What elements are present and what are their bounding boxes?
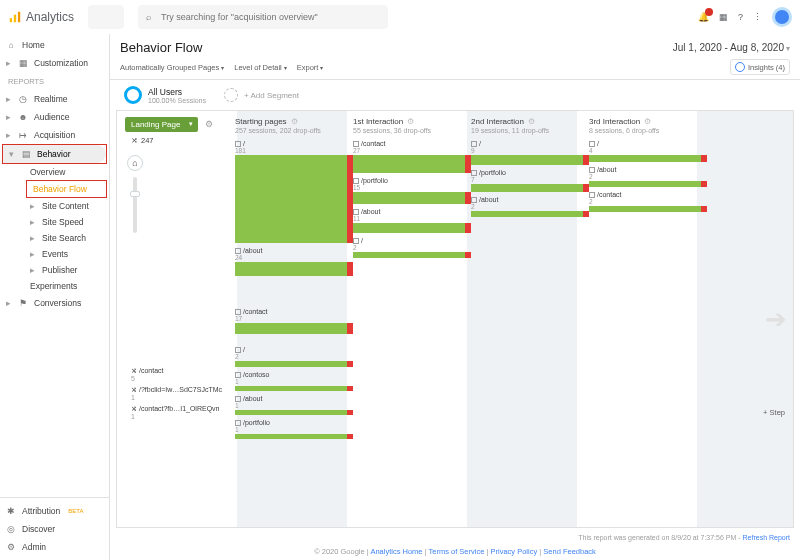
stage-gear-icon[interactable]: ⚙ (528, 117, 535, 126)
date-range-picker[interactable]: Jul 1, 2020 - Aug 8, 2020▾ (673, 42, 790, 53)
stage-title[interactable]: 3rd Interaction ⚙ (589, 117, 707, 126)
nav-label: Customization (34, 58, 88, 68)
acq-icon: ↦ (18, 130, 28, 140)
flow-node[interactable]: /contact27 (353, 140, 471, 173)
flow-node[interactable]: /about2 (471, 196, 589, 217)
ga-logo[interactable]: Analytics (8, 10, 74, 24)
nav-realtime[interactable]: ▸◷Realtime (0, 90, 109, 108)
top-actions: 🔔 ▦ ? ⋮ (698, 7, 792, 27)
ctl-grouping[interactable]: Automatically Grouped Pages▾ (120, 63, 224, 72)
nav-site-content[interactable]: ▸Site Content (24, 198, 109, 214)
ctl-export[interactable]: Export▾ (297, 63, 324, 72)
search[interactable]: ⌕ (138, 5, 388, 29)
flow-node[interactable]: /portfolio1 (235, 419, 353, 439)
flow-node[interactable]: /portfolio7 (471, 169, 589, 192)
account-picker[interactable] (88, 5, 124, 29)
stage-title[interactable]: 1st Interaction ⚙ (353, 117, 471, 126)
page-title: Behavior Flow (120, 40, 202, 55)
flag-icon: ⚑ (18, 298, 28, 308)
nav-behavior-flow[interactable]: Behavior Flow (27, 181, 106, 197)
account-avatar[interactable] (772, 7, 792, 27)
flow-stage: 2nd Interaction ⚙19 sessions, 11 drop-of… (471, 117, 589, 521)
source-item[interactable]: ⤨ /contact?fb…I1_OlREQvn1 (131, 405, 235, 420)
settings-icon[interactable]: ⚙ (205, 119, 213, 129)
zoom-slider[interactable] (133, 177, 137, 233)
nav-home[interactable]: ⌂Home (0, 36, 109, 54)
flow-node[interactable]: /181 (235, 140, 353, 243)
stage-gear-icon[interactable]: ⚙ (644, 117, 651, 126)
nav-attribution[interactable]: ✱AttributionBETA (0, 502, 109, 520)
flow-node[interactable]: /2 (353, 237, 471, 258)
footer-link[interactable]: Send Feedback (543, 547, 596, 556)
reset-view-button[interactable]: ⌂ (127, 155, 143, 171)
notifications-button[interactable]: 🔔 (698, 12, 709, 22)
nav-events[interactable]: ▸Events (24, 246, 109, 262)
segment-detail: 100.00% Sessions (148, 97, 206, 104)
refresh-report-link[interactable]: Refresh Report (743, 534, 790, 541)
nav-audience[interactable]: ▸☻Audience (0, 108, 109, 126)
nav-discover[interactable]: ◎Discover (0, 520, 109, 538)
apps-icon[interactable]: ▦ (719, 12, 728, 22)
nav-publisher[interactable]: ▸Publisher (24, 262, 109, 278)
svg-rect-2 (18, 12, 20, 23)
stage-title[interactable]: 2nd Interaction ⚙ (471, 117, 589, 126)
stage-gear-icon[interactable]: ⚙ (291, 117, 298, 126)
segment-all-users[interactable]: All Users100.00% Sessions (124, 86, 206, 104)
flow-stage: Starting pages ⚙257 sessions, 202 drop-o… (235, 117, 353, 521)
add-segment[interactable]: + Add Segment (224, 88, 299, 102)
nav-admin[interactable]: ⚙Admin (0, 538, 109, 556)
flow-stage: 1st Interaction ⚙55 sessions, 36 drop-of… (353, 117, 471, 521)
search-input[interactable] (159, 11, 359, 23)
ctl-lod[interactable]: Level of Detail▾ (234, 63, 287, 72)
nav-site-search[interactable]: ▸Site Search (24, 230, 109, 246)
nav-label: Conversions (34, 298, 81, 308)
split-icon: ⤨ (131, 136, 138, 145)
flow-node[interactable]: /contoso1 (235, 371, 353, 391)
attribution-icon: ✱ (6, 506, 16, 516)
nav-site-speed[interactable]: ▸Site Speed (24, 214, 109, 230)
nav-experiments[interactable]: Experiments (24, 278, 109, 294)
nav-label: Realtime (34, 94, 68, 104)
nav-label: Discover (22, 524, 55, 534)
flow-node[interactable]: /about2 (589, 166, 707, 187)
add-step-link[interactable]: + Step (763, 408, 785, 417)
add-ring-icon (224, 88, 238, 102)
insights-button[interactable]: Insights (4) (730, 59, 790, 75)
stage-title[interactable]: Starting pages ⚙ (235, 117, 353, 126)
flow-node[interactable]: /about24 (235, 247, 353, 276)
nav-behavior[interactable]: ▾▤Behavior (3, 145, 106, 163)
segment-ring-icon (124, 86, 142, 104)
flow-node[interactable]: /contact2 (589, 191, 707, 212)
source-item[interactable]: ⤨ /?fbclid=Iw…SdC7SJcTMc1 (131, 386, 235, 401)
nav-label: Behavior (37, 149, 71, 159)
flow-node[interactable]: /about1 (235, 395, 353, 415)
flow-node[interactable]: /about11 (353, 208, 471, 233)
footer-link[interactable]: Analytics Home (370, 547, 422, 556)
source-item[interactable]: ⤨ /contact5 (131, 367, 235, 382)
nav-overview[interactable]: Overview (24, 164, 109, 180)
help-icon[interactable]: ? (738, 12, 743, 22)
insights-icon (735, 62, 745, 72)
stage-sub: 8 sessions, 6 drop-offs (589, 127, 707, 134)
nav-customization[interactable]: ▸▦Customization (0, 54, 109, 72)
flow-node[interactable]: /contact17 (235, 308, 353, 334)
discover-icon: ◎ (6, 524, 16, 534)
more-icon[interactable]: ⋮ (753, 12, 762, 22)
home-icon: ⌂ (6, 40, 16, 50)
stage-gear-icon[interactable]: ⚙ (407, 117, 414, 126)
flow-node[interactable]: /2 (235, 346, 353, 367)
search-icon: ⌕ (146, 12, 151, 22)
nav-acquisition[interactable]: ▸↦Acquisition (0, 126, 109, 144)
footer-link[interactable]: Terms of Service (429, 547, 485, 556)
svg-rect-1 (14, 15, 16, 23)
flow-node[interactable]: /4 (589, 140, 707, 162)
chevron-down-icon: ▾ (786, 44, 790, 53)
nav-conversions[interactable]: ▸⚑Conversions (0, 294, 109, 312)
dimension-picker[interactable]: Landing Page (125, 117, 198, 132)
total-sessions: ⤨247 (131, 136, 235, 145)
flow-node[interactable]: /9 (471, 140, 589, 165)
footer-link[interactable]: Privacy Policy (490, 547, 537, 556)
flow-node[interactable]: /portfolio15 (353, 177, 471, 204)
stage-sub: 257 sessions, 202 drop-offs (235, 127, 353, 134)
analytics-icon (8, 10, 22, 24)
